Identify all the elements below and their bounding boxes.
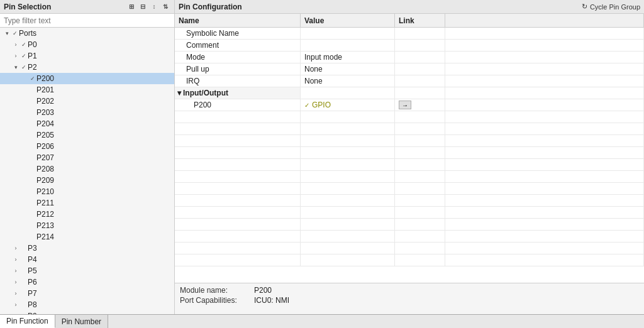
input-output-label: Input/Output	[183, 89, 228, 97]
p204-label: P204	[36, 119, 54, 128]
sort-icon[interactable]: ↕	[149, 2, 159, 12]
tree-item-p201[interactable]: P201	[0, 84, 174, 96]
irq-value[interactable]: None	[301, 75, 395, 87]
empty-row-12	[175, 243, 644, 254]
tree-item-p206[interactable]: P206	[0, 141, 174, 152]
empty-row-9	[175, 207, 644, 219]
ports-label: Ports	[19, 29, 36, 38]
tree-item-p4[interactable]: › P4	[0, 254, 174, 265]
tree-item-p200[interactable]: ✓ P200	[0, 73, 174, 84]
p3-check	[20, 244, 28, 252]
tree-item-p207[interactable]: P207	[0, 152, 174, 163]
input-output-section-header[interactable]: ▾ Input/Output	[175, 87, 301, 99]
tree-item-p213[interactable]: P213	[0, 220, 174, 231]
tree-item-p202[interactable]: P202	[0, 96, 174, 107]
tree-item-p209[interactable]: P209	[0, 175, 174, 186]
tree-item-p5[interactable]: › P5	[0, 265, 174, 276]
p200-label: P200	[36, 74, 54, 83]
tree-item-p8[interactable]: › P8	[0, 299, 174, 310]
filter-input[interactable]	[0, 14, 174, 28]
empty-row-13	[175, 254, 644, 266]
p207-arrow	[20, 153, 29, 162]
expand-icon[interactable]: ⊞	[126, 2, 136, 12]
mode-label: Mode	[175, 52, 301, 63]
p205-label: P205	[36, 131, 54, 139]
tree-item-p7[interactable]: › P7	[0, 288, 174, 299]
p1-check: ✓	[20, 52, 28, 60]
p202-check	[29, 97, 36, 105]
tree-item-p212[interactable]: P212	[0, 209, 174, 220]
cycle-icon: ↻	[582, 3, 587, 11]
cycle-pin-button[interactable]: ↻ Cycle Pin Group	[582, 3, 640, 11]
comment-value[interactable]	[301, 40, 395, 51]
tree-item-p205[interactable]: P205	[0, 129, 174, 141]
tab-pin-number[interactable]: Pin Number	[55, 315, 108, 328]
p8-label: P8	[28, 300, 37, 309]
p205-arrow	[20, 131, 29, 139]
p1-arrow: ›	[11, 52, 20, 60]
p200-gpio-value[interactable]: ✓ GPIO	[301, 99, 395, 111]
bottom-info: Module name: P200 Port Capabilities: ICU…	[175, 283, 644, 314]
input-output-value	[301, 87, 395, 99]
tree-item-p1[interactable]: › ✓ P1	[0, 50, 174, 62]
p201-arrow	[20, 85, 29, 94]
p6-check	[20, 278, 28, 286]
p7-arrow: ›	[11, 289, 20, 298]
p212-label: P212	[36, 210, 54, 219]
collapse-icon[interactable]: ⊟	[138, 2, 148, 12]
p210-check	[29, 188, 36, 195]
p206-check	[29, 143, 36, 150]
tree-item-p203[interactable]: P203	[0, 107, 174, 118]
row-mode: Mode Input mode	[175, 52, 644, 63]
tree-item-p0[interactable]: › ✓ P0	[0, 39, 174, 50]
col-link-header: Link	[395, 14, 445, 27]
empty-row-10	[175, 219, 644, 231]
p213-label: P213	[36, 221, 54, 230]
ports-arrow: ▾	[3, 29, 11, 38]
tree-item-p204[interactable]: P204	[0, 118, 174, 129]
tree-item-p208[interactable]: P208	[0, 163, 174, 175]
row-p200-gpio: P200 ✓ GPIO →	[175, 99, 644, 111]
col-value-header: Value	[301, 14, 395, 27]
p204-arrow	[20, 119, 29, 128]
empty-row-11	[175, 231, 644, 243]
cycle-pin-label: Cycle Pin Group	[590, 3, 640, 11]
symbolic-name-value[interactable]	[301, 28, 395, 39]
filter-icon[interactable]: ⇅	[160, 2, 170, 12]
pull-up-extra	[445, 63, 644, 75]
p0-arrow: ›	[11, 40, 20, 49]
p8-check	[20, 301, 28, 309]
pull-up-value[interactable]: None	[301, 63, 395, 75]
port-capabilities-value: ICU0: NMI	[254, 296, 289, 305]
p201-label: P201	[36, 85, 54, 94]
tab-pin-function[interactable]: Pin Function	[0, 315, 55, 328]
p206-arrow	[20, 142, 29, 151]
tree-item-p214[interactable]: P214	[0, 231, 174, 243]
row-symbolic-name: Symbolic Name	[175, 28, 644, 40]
tree-item-p3[interactable]: › P3	[0, 243, 174, 254]
p5-arrow: ›	[11, 266, 20, 275]
comment-link	[395, 40, 445, 51]
tree-item-ports[interactable]: ▾ ✓ Ports	[0, 28, 174, 39]
mode-value[interactable]: Input mode	[301, 52, 395, 63]
right-panel: Pin Configuration ↻ Cycle Pin Group Name…	[175, 0, 644, 314]
tree-item-p2[interactable]: ▾ ✓ P2	[0, 62, 174, 73]
tree-item-p6[interactable]: › P6	[0, 276, 174, 288]
pin-configuration-header: Pin Configuration ↻ Cycle Pin Group	[175, 0, 644, 14]
comment-extra	[445, 40, 644, 51]
irq-link	[395, 75, 445, 87]
p205-check	[29, 131, 36, 139]
tree-item-p210[interactable]: P210	[0, 186, 174, 197]
empty-row-6	[175, 171, 644, 183]
p203-check	[29, 109, 36, 116]
port-capabilities-label: Port Capabilities:	[180, 296, 249, 305]
p210-label: P210	[36, 187, 54, 196]
gpio-link-button[interactable]: →	[399, 101, 411, 109]
p206-label: P206	[36, 142, 54, 151]
p214-label: P214	[36, 232, 54, 241]
empty-row-3	[175, 135, 644, 147]
p200-gpio-name: P200	[175, 99, 301, 111]
pin-configuration-title: Pin Configuration	[179, 3, 242, 11]
tree-item-p211[interactable]: P211	[0, 197, 174, 209]
p200-gpio-link[interactable]: →	[395, 99, 445, 111]
